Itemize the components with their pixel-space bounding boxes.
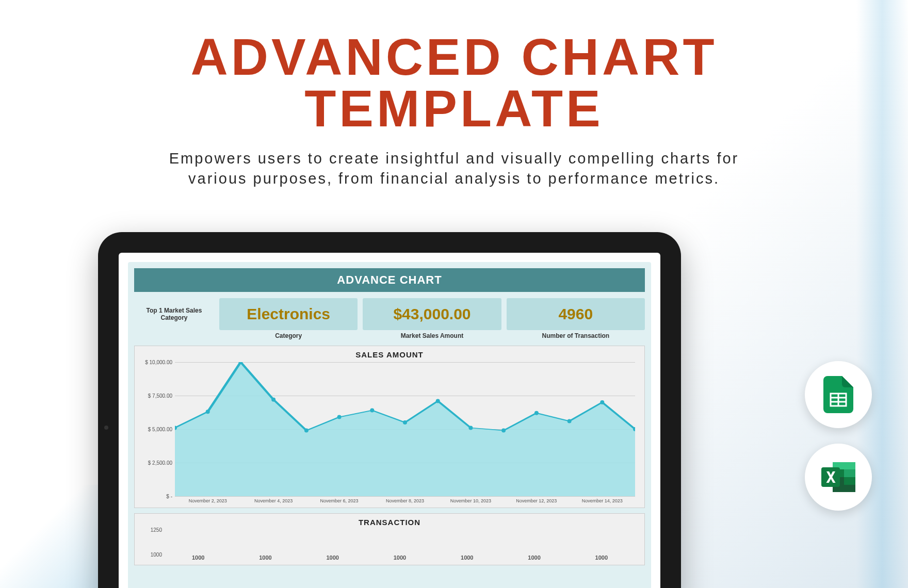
page-title: ADVANCED CHART TEMPLATE [0, 31, 908, 134]
bar-label: 1000 [528, 554, 540, 561]
tablet-screen: ADVANCE CHART Top 1 Market Sales Categor… [119, 253, 660, 588]
y-tick: $ 2,500.00 [139, 460, 172, 466]
bar-label: 1000 [394, 554, 406, 561]
bar-labels: 1000 1000 1000 1000 1000 1000 1000 [165, 554, 635, 561]
google-sheets-icon [823, 376, 853, 413]
svg-point-12 [534, 411, 539, 415]
x-tick: November 4, 2023 [240, 498, 306, 503]
kpi-card-sales: $43,000.00 [363, 298, 501, 330]
gridline [175, 496, 635, 497]
x-tick: November 14, 2023 [570, 498, 635, 503]
chart2-plot-area: 1250 1000 1000 1000 1000 1000 1000 1000 … [165, 530, 635, 561]
excel-icon [820, 460, 856, 494]
kpi-section-label: Top 1 Market Sales Category [134, 298, 214, 330]
svg-point-2 [206, 410, 210, 414]
background-gradient [0, 485, 103, 588]
tablet-frame: ADVANCE CHART Top 1 Market Sales Categor… [98, 232, 681, 588]
page-subtitle: Empowers users to create insightful and … [0, 149, 908, 189]
dashboard: ADVANCE CHART Top 1 Market Sales Categor… [128, 262, 651, 588]
svg-point-10 [468, 426, 473, 430]
bar-label: 1000 [595, 554, 608, 561]
bar-label: 1000 [461, 554, 473, 561]
transaction-chart: TRANSACTION 1250 1000 1000 1000 1000 100… [134, 513, 645, 565]
kpi-sub-row: Category Market Sales Amount Number of T… [134, 332, 645, 339]
chart-title: SALES AMOUNT [139, 350, 640, 359]
kpi-card-transactions: 4960 [507, 298, 645, 330]
bar-label: 1000 [326, 554, 338, 561]
chart-title: TRANSACTION [139, 518, 640, 527]
kpi-sub: Category [219, 332, 358, 339]
y-tick: $ 7,500.00 [139, 393, 172, 399]
bar-label: 1000 [192, 554, 204, 561]
svg-point-11 [501, 429, 506, 433]
kpi-value: 4960 [511, 305, 641, 323]
dashboard-title: ADVANCE CHART [134, 268, 645, 292]
svg-point-8 [403, 420, 407, 424]
svg-point-7 [370, 409, 374, 413]
svg-point-13 [568, 419, 572, 423]
sales-chart: SALES AMOUNT $ 10,000.00 $ 7,500.00 $ 5,… [134, 346, 645, 508]
kpi-sub: Number of Transaction [507, 332, 645, 339]
svg-point-3 [238, 362, 242, 364]
y-tick: $ - [139, 494, 172, 499]
spacer [134, 332, 214, 339]
app-icons [805, 361, 872, 511]
title-line-1: ADVANCED CHART [0, 31, 908, 83]
svg-rect-23 [844, 469, 855, 477]
chart-plot-area: $ 10,000.00 $ 7,500.00 $ 5,000.00 $ 2,50… [175, 362, 635, 496]
dots-svg [175, 362, 635, 496]
kpi-sub: Market Sales Amount [363, 332, 501, 339]
subtitle-line-1: Empowers users to create insightful and … [0, 149, 908, 169]
svg-point-1 [175, 426, 177, 430]
x-tick: November 2, 2023 [175, 498, 240, 503]
x-tick: November 8, 2023 [372, 498, 437, 503]
y-tick: 1000 [139, 552, 162, 558]
kpi-card-category: Electronics [219, 298, 358, 330]
kpi-value: Electronics [223, 305, 353, 323]
title-line-2: TEMPLATE [0, 83, 908, 134]
excel-button[interactable] [805, 444, 872, 511]
x-tick: November 6, 2023 [306, 498, 372, 503]
kpi-row: Top 1 Market Sales Category Electronics … [134, 298, 645, 330]
subtitle-line-2: various purposes, from financial analysi… [0, 169, 908, 189]
svg-rect-25 [844, 477, 855, 485]
svg-point-4 [271, 398, 275, 402]
x-axis: November 2, 2023 November 4, 2023 Novemb… [175, 498, 635, 503]
svg-point-5 [304, 429, 309, 433]
svg-point-9 [436, 399, 440, 403]
bar-label: 1000 [259, 554, 271, 561]
google-sheets-button[interactable] [805, 361, 872, 428]
kpi-value: $43,000.00 [367, 305, 497, 323]
y-tick: 1250 [139, 527, 162, 533]
svg-point-15 [633, 427, 635, 431]
header: ADVANCED CHART TEMPLATE Empowers users t… [0, 0, 908, 189]
x-tick: November 12, 2023 [504, 498, 569, 503]
x-tick: November 10, 2023 [438, 498, 504, 503]
y-tick: $ 5,000.00 [139, 427, 172, 432]
svg-point-6 [337, 415, 342, 419]
svg-point-14 [600, 400, 604, 404]
y-tick: $ 10,000.00 [139, 360, 172, 365]
